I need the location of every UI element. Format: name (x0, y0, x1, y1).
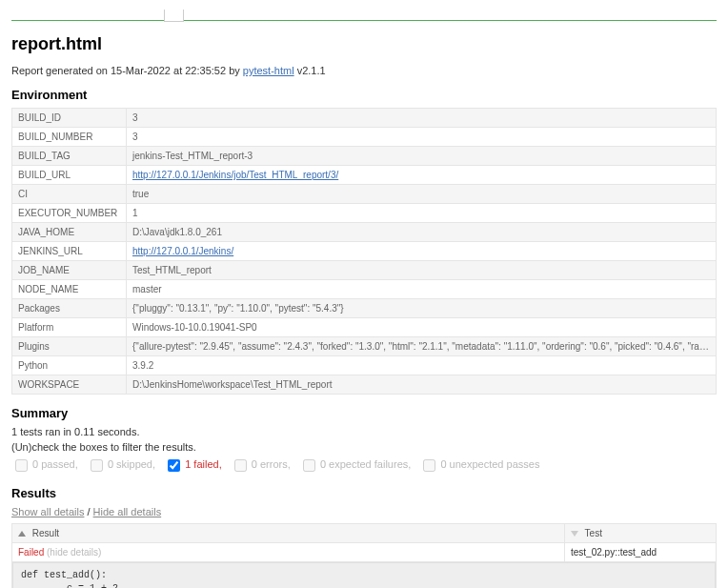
env-row: CItrue (12, 185, 717, 204)
env-key: BUILD_NUMBER (12, 128, 127, 147)
col-result-header[interactable]: Result (12, 524, 565, 543)
env-row: Packages{"pluggy": "0.13.1", "py": "1.10… (12, 299, 717, 318)
page-title: report.html (11, 34, 717, 54)
summary-count: 1 tests ran in 0.11 seconds. (11, 426, 717, 437)
env-key: CI (12, 185, 127, 204)
env-row: JENKINS_URLhttp://127.0.0.1/Jenkins/ (12, 242, 717, 261)
env-value: 1 (127, 204, 717, 223)
env-key: NODE_NAME (12, 280, 127, 299)
env-value: {"allure-pytest": "2.9.45", "assume": "2… (127, 337, 717, 356)
filter-failed-checkbox[interactable] (168, 459, 180, 472)
env-row: EXECUTOR_NUMBER1 (12, 204, 717, 223)
env-key: JAVA_HOME (12, 223, 127, 242)
result-detail-row: def test_add(): c = 1 + 2 > assert c == … (12, 562, 717, 589)
sort-down-icon (571, 531, 578, 537)
env-row: BUILD_TAGjenkins-Test_HTML_report-3 (12, 147, 717, 166)
meta-version: v2.1.1 (294, 65, 326, 76)
env-row: Python3.9.2 (12, 356, 717, 375)
results-table: Result Test Failed (hide details) test_0… (11, 523, 717, 588)
result-outcome: Failed (18, 547, 44, 558)
filter-xfail[interactable]: 0 expected failures, (299, 458, 411, 470)
filter-row: 0 passed, 0 skipped, 1 failed, 0 errors,… (11, 456, 717, 475)
env-value: 3 (127, 128, 717, 147)
top-tab (164, 10, 184, 22)
sort-up-icon (18, 531, 26, 537)
col-result-label: Result (32, 528, 59, 538)
env-link[interactable]: http://127.0.0.1/Jenkins/job/Test_HTML_r… (132, 170, 338, 180)
links-sep: / (84, 506, 92, 517)
filter-skipped[interactable]: 0 skipped, (87, 458, 155, 470)
hide-all-details-link[interactable]: Hide all details (93, 506, 162, 517)
filter-xpass-checkbox[interactable] (423, 459, 435, 472)
summary-heading: Summary (11, 406, 717, 420)
env-key: BUILD_TAG (12, 147, 127, 166)
env-key: Plugins (12, 337, 127, 356)
filter-xfail-label: 0 expected failures, (320, 458, 411, 470)
env-key: Packages (12, 299, 127, 318)
env-row: PlatformWindows-10-10.0.19041-SP0 (12, 318, 717, 337)
env-value: http://127.0.0.1/Jenkins/ (127, 242, 717, 261)
env-row: BUILD_ID3 (12, 109, 717, 128)
env-value: Windows-10-10.0.19041-SP0 (127, 318, 717, 337)
result-test-name: test_02.py::test_add (565, 543, 717, 562)
env-key: WORKSPACE (12, 375, 127, 395)
pytest-html-link[interactable]: pytest-html (243, 65, 294, 76)
filter-xfail-checkbox[interactable] (303, 459, 315, 472)
filter-passed-checkbox[interactable] (15, 459, 28, 472)
env-row: JOB_NAMETest_HTML_report (12, 261, 717, 280)
env-value: D:\JenkinsHome\workspace\Test_HTML_repor… (127, 375, 717, 395)
env-value: jenkins-Test_HTML_report-3 (127, 147, 717, 166)
env-key: BUILD_URL (12, 166, 127, 185)
env-key: JOB_NAME (12, 261, 127, 280)
env-value: D:\Java\jdk1.8.0_261 (127, 223, 717, 242)
env-key: Platform (12, 318, 127, 337)
env-value: http://127.0.0.1/Jenkins/job/Test_HTML_r… (127, 166, 717, 185)
show-all-details-link[interactable]: Show all details (11, 506, 84, 517)
env-link[interactable]: http://127.0.0.1/Jenkins/ (132, 246, 233, 256)
env-key: JENKINS_URL (12, 242, 127, 261)
environment-table: BUILD_ID3BUILD_NUMBER3BUILD_TAGjenkins-T… (11, 108, 717, 395)
filter-failed[interactable]: 1 failed, (164, 458, 222, 470)
env-value: {"pluggy": "0.13.1", "py": "1.10.0", "py… (127, 299, 717, 318)
env-row: WORKSPACED:\JenkinsHome\workspace\Test_H… (12, 375, 717, 395)
filter-xpass[interactable]: 0 unexpected passes (419, 458, 539, 470)
results-links: Show all details / Hide all details (11, 506, 717, 517)
meta-at: at (171, 65, 185, 76)
filter-skipped-checkbox[interactable] (91, 459, 103, 472)
result-row: Failed (hide details) test_02.py::test_a… (12, 543, 717, 562)
environment-heading: Environment (11, 88, 717, 102)
meta-by: by (226, 65, 243, 76)
traceback: def test_add(): c = 1 + 2 > assert c == … (12, 562, 716, 588)
env-row: BUILD_NUMBER3 (12, 128, 717, 147)
env-key: BUILD_ID (12, 109, 127, 128)
top-border (11, 11, 717, 21)
trace-l1: def test_add(): (21, 570, 107, 580)
env-value: Test_HTML_report (127, 261, 717, 280)
filter-error-checkbox[interactable] (234, 459, 247, 472)
env-value: 3 (127, 109, 717, 128)
env-row: Plugins{"allure-pytest": "2.9.45", "assu… (12, 337, 717, 356)
env-row: JAVA_HOMED:\Java\jdk1.8.0_261 (12, 223, 717, 242)
filter-failed-label: 1 failed, (185, 458, 222, 470)
col-test-header[interactable]: Test (565, 524, 717, 543)
filter-xpass-label: 0 unexpected passes (440, 458, 539, 470)
filter-error[interactable]: 0 errors, (231, 458, 291, 470)
summary-hint: (Un)check the boxes to filter the result… (11, 441, 717, 453)
results-heading: Results (11, 486, 717, 500)
env-value: master (127, 280, 717, 299)
hide-details-link[interactable]: (hide details) (47, 547, 101, 558)
filter-passed[interactable]: 0 passed, (11, 458, 78, 470)
filter-error-label: 0 errors, (252, 458, 291, 470)
filter-skipped-label: 0 skipped, (108, 458, 155, 470)
env-value: true (127, 185, 717, 204)
meta-time: 22:35:52 (185, 65, 226, 76)
report-meta: Report generated on 15-Mar-2022 at 22:35… (11, 65, 717, 76)
env-row: NODE_NAMEmaster (12, 280, 717, 299)
filter-passed-label: 0 passed, (32, 458, 78, 470)
trace-l2: c = 1 + 2 (21, 583, 118, 589)
col-test-label: Test (585, 528, 602, 538)
env-row: BUILD_URLhttp://127.0.0.1/Jenkins/job/Te… (12, 166, 717, 185)
env-value: 3.9.2 (127, 356, 717, 375)
env-key: EXECUTOR_NUMBER (12, 204, 127, 223)
env-key: Python (12, 356, 127, 375)
